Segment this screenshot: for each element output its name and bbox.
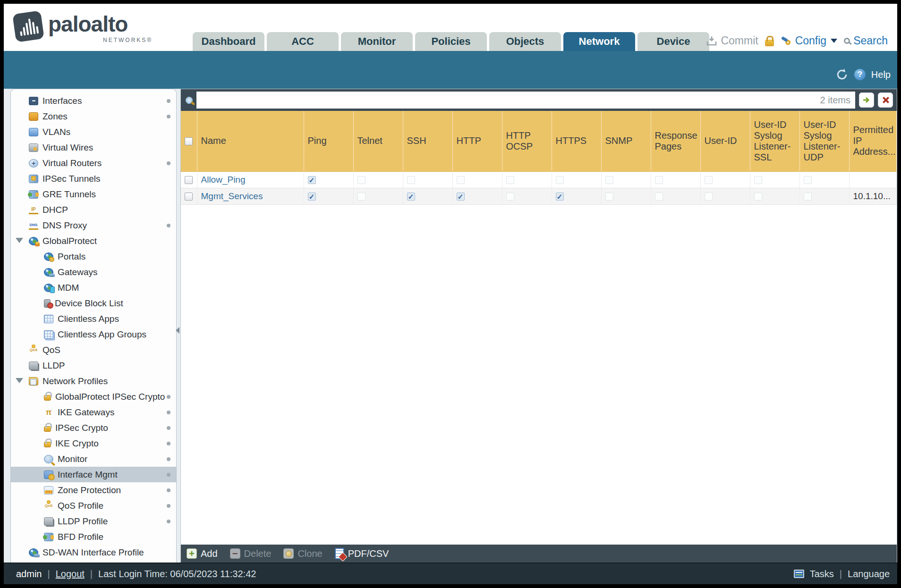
sidebar-item-bfd-profile[interactable]: BFD Profile	[11, 529, 176, 545]
ssh-checkbox[interactable]	[407, 176, 415, 184]
expander-triangle-icon[interactable]	[16, 378, 23, 383]
commit-button[interactable]: Commit	[706, 34, 758, 47]
sidebar-item-lldp-profile[interactable]: LLDP Profile	[11, 513, 176, 529]
lock-icon[interactable]	[765, 40, 774, 46]
tab-dashboard[interactable]: Dashboard	[193, 32, 264, 51]
http-checkbox[interactable]	[457, 176, 465, 184]
https-checkbox[interactable]	[556, 176, 564, 184]
profile-name-link[interactable]: Mgmt_Services	[201, 191, 263, 201]
column-header-ping[interactable]: Ping	[304, 111, 353, 171]
sidebar-item-gre-tunnels[interactable]: GRE Tunnels	[11, 186, 176, 202]
ssh-checkbox[interactable]: ✓	[407, 193, 415, 201]
sidebar-item-clientless-app-groups[interactable]: Clientless App Groups	[11, 327, 176, 342]
sidebar-item-zones[interactable]: Zones	[11, 109, 176, 124]
help-icon[interactable]: ?	[854, 69, 866, 80]
profile-name-link[interactable]: Allow_Ping	[201, 175, 246, 185]
sidebar-item-ike-crypto[interactable]: IKE Crypto	[11, 436, 176, 451]
sidebar-item-portals[interactable]: Portals	[11, 249, 176, 264]
sidebar-item-ipsec-tunnels[interactable]: IPSec Tunnels	[11, 171, 176, 186]
user-id-checkbox[interactable]	[705, 193, 713, 201]
user-id-checkbox[interactable]	[705, 176, 713, 184]
sidebar-item-device-block-list[interactable]: Device Block List	[11, 295, 176, 311]
sidebar-item-virtual-wires[interactable]: Virtual Wires	[11, 140, 176, 155]
language-link[interactable]: Language	[848, 569, 890, 580]
column-header-permitted-ip-address-[interactable]: Permitted IP Address...	[849, 111, 897, 171]
column-header-user-id[interactable]: User-ID	[700, 111, 750, 171]
tab-policies[interactable]: Policies	[415, 32, 487, 51]
tab-objects[interactable]: Objects	[489, 32, 561, 51]
column-header-telnet[interactable]: Telnet	[353, 111, 403, 171]
uid-syslog-listener-ssl-checkbox[interactable]	[754, 176, 762, 184]
sidebar-item-clientless-apps[interactable]: Clientless Apps	[11, 311, 176, 327]
delete-button[interactable]: − Delete	[230, 548, 272, 559]
column-header-ssh[interactable]: SSH	[403, 111, 452, 171]
tab-device[interactable]: Device	[638, 32, 709, 51]
uid-syslog-listener-udp-checkbox[interactable]	[804, 176, 812, 184]
sidebar-item-sd-wan-interface-profile[interactable]: SD-WAN Interface Profile	[11, 545, 176, 560]
logout-link[interactable]: Logout	[56, 569, 85, 580]
column-header-https[interactable]: HTTPS	[552, 111, 601, 171]
sidebar-item-globalprotect[interactable]: GlobalProtect	[11, 233, 176, 249]
response-pages-checkbox[interactable]	[655, 193, 663, 201]
ping-checkbox[interactable]: ✓	[308, 176, 316, 184]
select-all-checkbox[interactable]	[185, 137, 193, 145]
ping-checkbox[interactable]: ✓	[308, 193, 316, 201]
clone-button[interactable]: Clone	[283, 548, 322, 559]
column-header-response-pages[interactable]: Response Pages	[651, 111, 700, 171]
expander-triangle-icon[interactable]	[16, 238, 23, 243]
column-header-http-ocsp[interactable]: HTTP OCSP	[502, 111, 552, 171]
sidebar-item-interfaces[interactable]: •••Interfaces	[11, 93, 176, 109]
column-header-http[interactable]: HTTP	[452, 111, 502, 171]
sidebar-item-qos[interactable]: QoSQoS	[11, 342, 176, 358]
sidebar-item-lldp[interactable]: LLDP	[11, 358, 176, 373]
sidebar-item-mdm[interactable]: MDM	[11, 280, 176, 295]
refresh-icon[interactable]	[835, 68, 849, 81]
sidebar-item-ipsec-crypto[interactable]: IPSec Crypto	[11, 420, 176, 436]
config-button[interactable]: Config	[781, 34, 837, 47]
sidebar-item-network-profiles[interactable]: Network Profiles	[11, 373, 176, 389]
telnet-checkbox[interactable]	[357, 176, 366, 184]
sidebar-item-virtual-routers[interactable]: +Virtual Routers	[11, 155, 176, 171]
sidebar-item-gateways[interactable]: Gateways	[11, 264, 176, 280]
uid-syslog-listener-udp-checkbox[interactable]	[804, 193, 812, 201]
sidebar-collapse-icon[interactable]	[176, 327, 179, 334]
uid-syslog-listener-ssl-checkbox[interactable]	[754, 193, 762, 201]
global-search-button[interactable]: Search	[844, 34, 888, 47]
tasks-link[interactable]: Tasks	[810, 569, 834, 580]
apply-filter-button[interactable]	[859, 92, 874, 108]
column-header-name[interactable]: Name	[197, 111, 304, 171]
sidebar-item-zone-protection[interactable]: Zone Protection	[11, 482, 176, 498]
row-select-checkbox[interactable]	[185, 193, 193, 201]
main-nav-tabs: DashboardACCMonitorPoliciesObjectsNetwor…	[193, 32, 709, 51]
tab-network[interactable]: Network	[563, 32, 635, 51]
http-ocsp-checkbox[interactable]	[506, 193, 514, 201]
https-checkbox[interactable]: ✓	[556, 193, 564, 201]
add-button[interactable]: + Add	[187, 548, 218, 559]
pdf-csv-button[interactable]: PDF/CSV	[335, 548, 389, 559]
sidebar-item-qos-profile[interactable]: QoSQoS Profile	[11, 498, 176, 513]
clear-filter-button[interactable]	[878, 92, 893, 108]
http-ocsp-checkbox[interactable]	[506, 176, 514, 184]
tab-acc[interactable]: ACC	[267, 32, 339, 51]
sidebar-item-dns-proxy[interactable]: DNSDNS Proxy	[11, 218, 176, 233]
column-header-snmp[interactable]: SNMP	[601, 111, 651, 171]
table-filter-input[interactable]	[196, 92, 855, 109]
telnet-checkbox[interactable]	[357, 193, 366, 201]
tasks-icon[interactable]	[794, 570, 804, 578]
sidebar-item-ike-gateways[interactable]: πIKE Gateways	[11, 404, 176, 420]
snmp-checkbox[interactable]	[605, 193, 613, 201]
column-header-user-id-syslog-listener-udp[interactable]: User-ID Syslog Listener-UDP	[799, 111, 849, 171]
row-select-checkbox[interactable]	[185, 176, 193, 184]
sidebar-item-interface-mgmt[interactable]: Interface Mgmt	[11, 467, 176, 482]
sidebar-item-vlans[interactable]: VLANs	[11, 124, 176, 140]
http-checkbox[interactable]: ✓	[457, 193, 465, 201]
sidebar-item-globalprotect-ipsec-crypto[interactable]: GlobalProtect IPSec Crypto	[11, 389, 176, 404]
sidebar-item-monitor[interactable]: Monitor	[11, 451, 176, 467]
response-pages-checkbox[interactable]	[655, 176, 663, 184]
item-count-badge: 2 items	[820, 95, 850, 106]
snmp-checkbox[interactable]	[605, 176, 613, 184]
tab-monitor[interactable]: Monitor	[341, 32, 413, 51]
column-header-user-id-syslog-listener-ssl[interactable]: User-ID Syslog Listener-SSL	[750, 111, 799, 171]
sidebar-item-dhcp[interactable]: IPDHCP	[11, 202, 176, 218]
help-label[interactable]: Help	[871, 69, 891, 80]
